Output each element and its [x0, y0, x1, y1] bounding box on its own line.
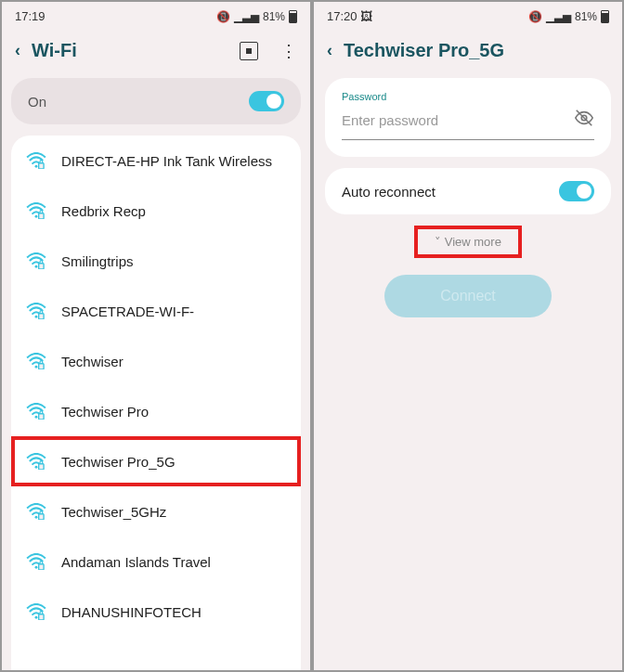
svg-rect-13: [39, 464, 44, 470]
wifi-network-item[interactable]: Techwiser_5GHz: [11, 486, 301, 536]
svg-rect-7: [39, 314, 44, 319]
password-card: Password: [325, 78, 611, 157]
status-time: 17:20 🖼: [327, 9, 372, 23]
visibility-off-icon[interactable]: [574, 108, 594, 132]
wifi-lock-icon: [26, 453, 46, 470]
more-icon[interactable]: ⋮: [280, 41, 297, 61]
svg-rect-17: [39, 564, 44, 570]
svg-rect-9: [39, 364, 44, 369]
svg-point-12: [35, 466, 38, 469]
battery-icon: [601, 10, 609, 23]
signal-icon: ▁▃▅: [234, 10, 259, 23]
svg-point-18: [35, 616, 38, 619]
svg-rect-19: [39, 614, 44, 620]
password-label: Password: [342, 91, 594, 102]
wifi-network-item[interactable]: Redbrix Recp: [11, 186, 301, 236]
wifi-network-name: Techwiser: [61, 354, 124, 369]
mute-icon: 📵: [216, 10, 230, 23]
qr-scan-icon[interactable]: [240, 42, 258, 60]
wifi-network-item[interactable]: Smilingtrips: [11, 236, 301, 286]
status-bar: 17:19 📵 ▁▃▅ 81%: [2, 2, 310, 27]
battery-icon: [289, 10, 297, 23]
svg-point-14: [35, 516, 38, 519]
wifi-lock-icon: [26, 202, 46, 219]
wifi-lock-icon: [26, 603, 46, 620]
password-input[interactable]: [342, 112, 574, 128]
wifi-network-item[interactable]: Techwiser Pro_5G: [11, 436, 301, 486]
mute-icon: 📵: [528, 10, 542, 23]
wifi-lock-icon: [26, 152, 46, 169]
svg-point-4: [35, 265, 38, 268]
wifi-network-name: Andaman Islands Travel: [61, 554, 211, 570]
wifi-network-name: DIRECT-AE-HP Ink Tank Wireless: [61, 153, 272, 169]
wifi-toggle-row[interactable]: On: [11, 78, 301, 124]
svg-rect-15: [39, 514, 44, 520]
view-more-row: ˅ View more: [314, 214, 622, 269]
status-indicators: 📵 ▁▃▅ 81%: [528, 10, 609, 23]
chevron-down-icon: ˅: [435, 235, 441, 249]
wifi-lock-icon: [26, 503, 46, 520]
wifi-networks-list: DIRECT-AE-HP Ink Tank WirelessRedbrix Re…: [11, 136, 301, 670]
password-row: [342, 102, 594, 140]
wifi-network-name: Techwiser Pro: [61, 404, 149, 420]
wifi-network-name: SPACETRADE-WI-F-: [61, 304, 194, 319]
wifi-lock-icon: [26, 553, 46, 570]
wifi-network-name: Smilingtrips: [61, 253, 134, 269]
back-icon[interactable]: ‹: [15, 41, 20, 60]
signal-icon: ▁▃▅: [546, 10, 571, 23]
wifi-network-name: Techwiser Pro_5G: [61, 454, 176, 470]
svg-point-16: [35, 566, 38, 569]
wifi-network-name: Redbrix Recp: [61, 203, 146, 219]
auto-reconnect-label: Auto reconnect: [342, 184, 436, 200]
toggle-label: On: [28, 94, 46, 110]
back-icon[interactable]: ‹: [327, 41, 332, 60]
wifi-lock-icon: [26, 252, 46, 269]
right-screen: 17:20 🖼 📵 ▁▃▅ 81% ‹ Techwiser Pro_5G Pas…: [312, 0, 624, 672]
battery-percent: 81%: [263, 10, 285, 23]
status-indicators: 📵 ▁▃▅ 81%: [216, 10, 297, 23]
status-time: 17:19: [15, 9, 46, 23]
status-bar: 17:20 🖼 📵 ▁▃▅ 81%: [314, 2, 622, 27]
connect-button[interactable]: Connect: [384, 275, 552, 317]
wifi-network-item[interactable]: Techwiser Pro: [11, 386, 301, 436]
wifi-lock-icon: [26, 353, 46, 369]
page-title: Wi-Fi: [32, 40, 228, 61]
battery-percent: 81%: [575, 10, 597, 23]
svg-point-10: [35, 416, 38, 419]
svg-rect-1: [39, 163, 44, 169]
wifi-network-name: Techwiser_5GHz: [61, 504, 166, 520]
auto-reconnect-toggle[interactable]: [559, 181, 594, 201]
left-screen: 17:19 📵 ▁▃▅ 81% ‹ Wi-Fi ⋮ On DIRECT-AE-H…: [0, 0, 312, 672]
svg-rect-3: [39, 213, 44, 219]
svg-point-0: [35, 165, 38, 168]
wifi-lock-icon: [26, 403, 46, 420]
svg-point-6: [35, 316, 38, 318]
wifi-network-name: DHANUSHINFOTECH: [61, 604, 202, 620]
wifi-lock-icon: [26, 303, 46, 319]
svg-point-8: [35, 366, 38, 368]
wifi-network-item[interactable]: DIRECT-AE-HP Ink Tank Wireless: [11, 136, 301, 186]
svg-point-2: [35, 215, 38, 218]
network-header: ‹ Techwiser Pro_5G: [314, 27, 622, 78]
svg-rect-11: [39, 414, 44, 420]
wifi-network-item[interactable]: Techwiser: [11, 336, 301, 386]
wifi-network-item[interactable]: Andaman Islands Travel: [11, 536, 301, 587]
wifi-header: ‹ Wi-Fi ⋮: [2, 27, 310, 78]
view-more-button[interactable]: ˅ View more: [418, 229, 518, 254]
svg-rect-5: [39, 264, 44, 269]
network-title: Techwiser Pro_5G: [344, 40, 609, 61]
auto-reconnect-row[interactable]: Auto reconnect: [325, 168, 611, 214]
wifi-network-item[interactable]: SPACETRADE-WI-F-: [11, 286, 301, 336]
wifi-toggle[interactable]: [249, 91, 284, 111]
wifi-network-item[interactable]: DHANUSHINFOTECH: [11, 587, 301, 637]
